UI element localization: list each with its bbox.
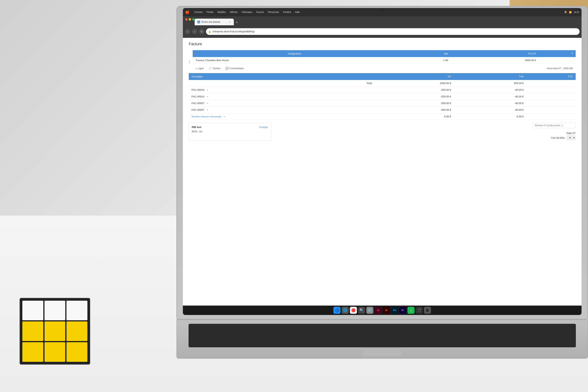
plus-icon: + xyxy=(196,67,197,70)
fac-ttc-3 xyxy=(526,100,576,106)
delete-row-button[interactable]: ✕ xyxy=(206,102,208,104)
table-row: Numéro facture d'acompte ✕ 0.00 € 0.00 € xyxy=(189,113,576,120)
fac-ht-1: -200.00 € xyxy=(375,87,454,93)
music-icon[interactable]: 🎵 xyxy=(416,307,423,314)
afficher-menu-item[interactable]: Afficher xyxy=(230,11,238,14)
fac-ref-3: FAC-00007 ✕ xyxy=(189,100,375,106)
add-section-label: Section xyxy=(213,67,221,70)
chrome-menu-item[interactable]: Chrome xyxy=(194,11,203,14)
total-tva-value: 200.00 € xyxy=(454,80,526,87)
url-bar[interactable]: 🔒 entreprise.sinao.fr/accounting/editbil… xyxy=(206,28,580,35)
fac-ht-5: 0.00 € xyxy=(375,113,454,120)
total-ht-label: Total HT xyxy=(566,132,576,135)
rib-iban: IBAN : oui xyxy=(192,130,268,133)
fac-ttc-1 xyxy=(526,87,576,93)
laptop-keyboard-base xyxy=(176,320,588,359)
add-buttons-group: + Ligne 📄 Section 💬 Commentaire xyxy=(196,67,244,70)
fac-ttc-4 xyxy=(526,106,576,113)
cube-cell xyxy=(66,301,88,320)
historique-menu-item[interactable]: Historique xyxy=(242,11,252,14)
delete-row-button[interactable]: ✕ xyxy=(206,109,208,111)
fac-tva-3: -40.00 € xyxy=(454,100,526,106)
tva-select[interactable]: ▼ xyxy=(567,136,576,140)
invoice-page: Facture Designati xyxy=(183,38,582,315)
active-tab[interactable]: S Écrire une facture ✕ xyxy=(195,18,234,25)
bottom-section: RIB test Changer IBAN : oui Total HT xyxy=(189,123,576,141)
time-display: 18:42 xyxy=(574,11,579,13)
laptop: 🍎 Chrome Fichier Modifier Afficher Histo… xyxy=(176,6,588,359)
menubar-right: 📦 📶 18:42 xyxy=(564,11,579,14)
rubiks-cube xyxy=(20,298,90,364)
total-ht-summary-line: Total HT xyxy=(275,132,576,135)
rib-change-button[interactable]: Changer xyxy=(259,126,268,128)
add-commentaire-button[interactable]: 💬 Commentaire xyxy=(226,67,244,70)
ttc-column-header: TTC xyxy=(526,73,576,80)
rib-title: RIB test xyxy=(192,126,201,128)
ssl-lock-icon: 🔒 xyxy=(208,30,211,33)
tab-favicon: S xyxy=(197,20,200,23)
acomptes-total-row: Total 1000.00 € 200.00 € xyxy=(189,80,576,87)
finder-icon[interactable]: 🔵 xyxy=(334,307,340,314)
tab-label: Écrire une facture xyxy=(202,20,220,23)
delete-row-button[interactable]: ✕ xyxy=(206,96,208,98)
item-description: Travaux Chambre Bois Home xyxy=(193,57,396,64)
cube-cell xyxy=(22,322,43,341)
system-prefs-icon[interactable]: ⚙️ xyxy=(366,307,374,314)
comment-icon: 💬 xyxy=(226,67,229,70)
delete-row-button[interactable]: ✕ xyxy=(206,89,208,91)
taskbar: 🔵 🌐 🔴 🔍 ⚙️ Id Ai Ps Pr ♪ 🎵 🗑 xyxy=(183,306,582,315)
trash-icon[interactable]: 🗑 xyxy=(424,307,431,314)
designation-column-header: Designation xyxy=(193,50,396,57)
illustrator-icon[interactable]: Ai xyxy=(383,307,390,314)
wifi-icon: 📶 xyxy=(569,11,572,14)
pu-ht-column-header: P.U HT xyxy=(451,50,539,57)
fenetre-menu-item[interactable]: Fenêtre xyxy=(283,11,291,14)
reload-button[interactable]: ↻ xyxy=(199,29,204,34)
maximize-window-button[interactable] xyxy=(192,18,195,20)
address-bar-area: ‹ › ↻ 🔒 entreprise.sinao.fr/accounting/e… xyxy=(183,25,582,38)
acomptes-table: Acomptes HT TVA TTC Total 1000.00 € xyxy=(189,73,576,120)
indesign-icon[interactable]: Id xyxy=(374,307,382,314)
table-row: FAC-00010 ✕ -200.00 € -40.00 € xyxy=(189,93,576,100)
fac-ht-2: -200.00 € xyxy=(375,93,454,100)
modifier-menu-item[interactable]: Modifier xyxy=(218,11,226,14)
delete-row-button[interactable]: ✕ xyxy=(224,116,226,118)
fac-ref-4: FAC-00007 ✕ xyxy=(189,106,375,113)
minimize-window-button[interactable] xyxy=(189,18,191,20)
item-qty: 1.00 xyxy=(396,57,451,64)
add-ligne-button[interactable]: + Ligne xyxy=(196,67,204,70)
personnes-menu-item[interactable]: Personnes xyxy=(268,11,279,14)
table-row: FAC-00007 ✕ -200.00 € -40.00 € xyxy=(189,100,576,106)
forward-button[interactable]: › xyxy=(192,29,197,34)
tva-summary-line: TVA 20.00% ▼ xyxy=(275,136,576,140)
fichier-menu-item[interactable]: Fichier xyxy=(206,11,214,14)
premiere-icon[interactable]: Pr xyxy=(399,307,406,314)
total-ht-value: 1000.00 € xyxy=(375,80,454,87)
aide-menu-item[interactable]: Aide xyxy=(295,11,300,14)
fac-tva-2: -40.00 € xyxy=(454,93,526,100)
cube-cell xyxy=(44,322,66,341)
tva-column-header: TVA xyxy=(454,73,526,80)
safari-icon[interactable]: 🌐 xyxy=(342,307,349,314)
new-tab-button[interactable]: + xyxy=(234,20,240,25)
favoris-menu-item[interactable]: Favoris xyxy=(256,11,264,14)
close-window-button[interactable] xyxy=(185,18,188,20)
spotify-icon[interactable]: ♪ xyxy=(408,307,414,314)
spotlight-icon[interactable]: 🔍 xyxy=(358,307,365,314)
chrome-icon[interactable]: 🔴 xyxy=(350,307,357,314)
tab-close-button[interactable]: ✕ xyxy=(228,20,231,24)
photoshop-icon[interactable]: Ps xyxy=(391,307,398,314)
back-button[interactable]: ‹ xyxy=(185,29,190,34)
total-ttc-value xyxy=(526,80,576,87)
promo-code-input[interactable] xyxy=(532,123,576,128)
subtotal-display: Sous-total HT : 1000.00€ xyxy=(547,67,573,70)
fac-ttc-5 xyxy=(526,113,576,120)
rubiks-cube-area xyxy=(20,298,98,376)
fac-ttc-2 xyxy=(526,93,576,100)
add-section-button[interactable]: 📄 Section xyxy=(208,67,221,70)
add-row-area: + Ligne 📄 Section 💬 Commentaire xyxy=(193,66,576,71)
acomptes-header: Acomptes xyxy=(189,73,375,80)
apple-menu-icon[interactable]: 🍎 xyxy=(185,10,190,14)
url-text: entreprise.sinao.fr/accounting/editbilli… xyxy=(213,30,254,33)
trackpad[interactable] xyxy=(362,348,402,356)
